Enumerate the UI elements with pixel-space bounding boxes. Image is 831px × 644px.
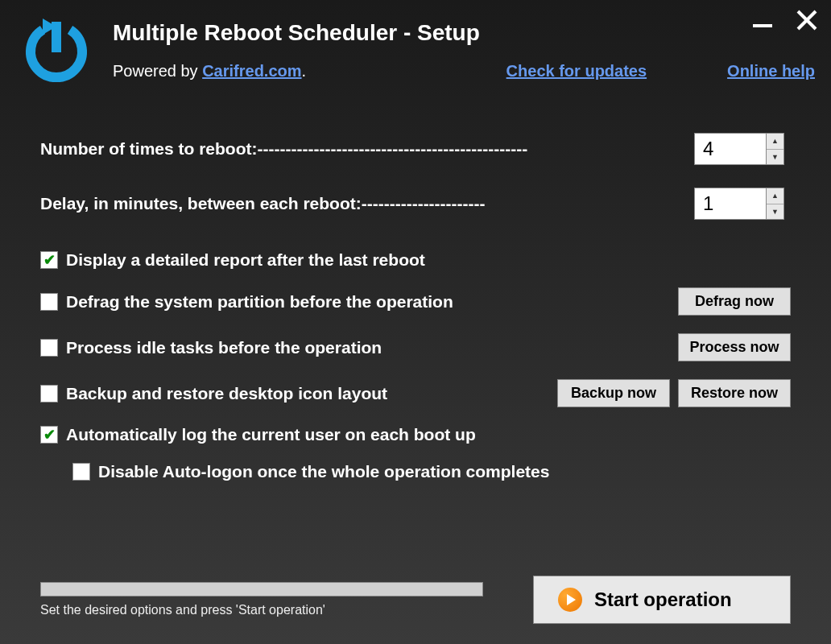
display-report-label: Display a detailed report after the last… (66, 250, 791, 270)
auto-logon-label: Automatically log the current user on ea… (66, 425, 791, 444)
delay-spinner[interactable]: ▲ ▼ (694, 188, 791, 220)
spinner-down-icon[interactable]: ▼ (767, 204, 783, 220)
app-title: Multiple Reboot Scheduler - Setup (113, 20, 815, 46)
backup-restore-label: Backup and restore desktop icon layout (66, 384, 549, 403)
online-help-link[interactable]: Online help (727, 62, 815, 80)
spinner-down-icon[interactable]: ▼ (767, 150, 783, 165)
hint-text: Set the desired options and press 'Start… (40, 603, 509, 617)
start-label: Start operation (594, 588, 732, 611)
check-updates-link[interactable]: Check for updates (506, 62, 647, 80)
reboot-count-spinner[interactable]: ▲ ▼ (694, 133, 791, 165)
backup-now-button[interactable]: Backup now (557, 379, 670, 407)
reboot-count-input[interactable] (694, 133, 767, 165)
delay-input[interactable] (694, 188, 767, 220)
display-report-checkbox[interactable] (40, 251, 58, 269)
disable-auto-label: Disable Auto-logon once the whole operat… (98, 462, 791, 481)
process-now-button[interactable]: Process now (678, 333, 791, 361)
spinner-up-icon[interactable]: ▲ (767, 134, 783, 150)
progress-bar (40, 582, 483, 597)
auto-logon-checkbox[interactable] (40, 426, 58, 444)
app-logo-icon (16, 12, 97, 93)
delay-label: Delay, in minutes, between each reboot: (40, 194, 362, 213)
play-icon (558, 588, 582, 612)
dashes: ---------------------- (362, 194, 678, 213)
disable-auto-checkbox[interactable] (72, 463, 90, 481)
start-operation-button[interactable]: Start operation (533, 576, 791, 624)
reboot-count-label: Number of times to reboot: (40, 139, 258, 159)
carifred-link[interactable]: Carifred.com (202, 62, 301, 80)
defrag-now-button[interactable]: Defrag now (678, 287, 791, 316)
backup-restore-checkbox[interactable] (40, 385, 58, 402)
process-idle-label: Process idle tasks before the operation (66, 338, 670, 357)
process-idle-checkbox[interactable] (40, 339, 58, 357)
dashes: ----------------------------------------… (258, 139, 678, 159)
defrag-checkbox[interactable] (40, 293, 58, 311)
close-button[interactable] (795, 8, 819, 35)
minimize-button[interactable] (750, 8, 775, 35)
restore-now-button[interactable]: Restore now (678, 379, 791, 407)
spinner-up-icon[interactable]: ▲ (767, 188, 783, 204)
defrag-label: Defrag the system partition before the o… (66, 292, 670, 312)
powered-by-label: Powered by Carifred.com. (113, 62, 306, 80)
